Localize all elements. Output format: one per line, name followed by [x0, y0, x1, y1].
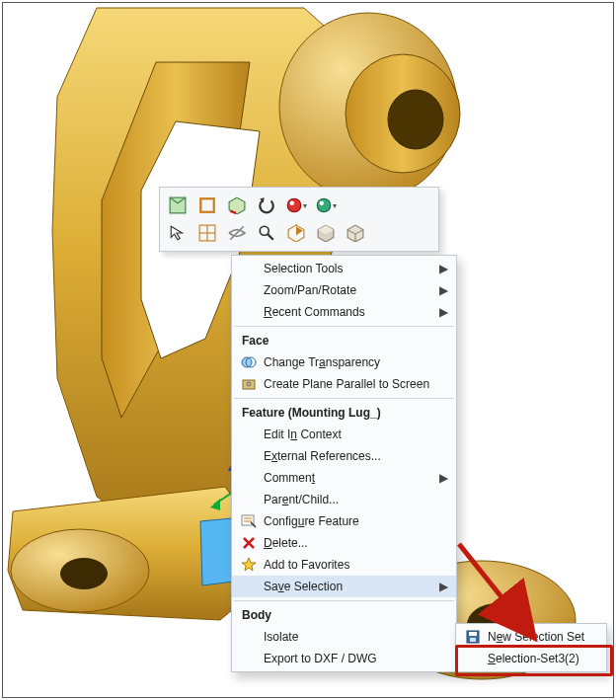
menu-parent-child[interactable]: Parent/Child...: [232, 489, 456, 510]
menu-recent-commands[interactable]: Recent Commands ▶: [232, 301, 456, 323]
label-recent-commands: Recent Commands: [264, 305, 438, 319]
submenu-save-selection: New Selection Set Selection-Set3(2): [455, 623, 607, 672]
label-export-dxf: Export to DXF / DWG: [264, 652, 448, 665]
svg-point-19: [290, 201, 295, 206]
svg-point-18: [287, 198, 301, 212]
svg-rect-47: [469, 632, 477, 636]
tool-select-other[interactable]: [164, 219, 192, 247]
svg-point-27: [260, 226, 269, 235]
label-selection-tools: Selection Tools: [264, 262, 438, 275]
tool-edge-select[interactable]: [193, 192, 221, 219]
transparency-icon: [238, 353, 260, 371]
tool-appearance[interactable]: ▾: [282, 192, 310, 219]
context-menu: Selection Tools ▶ Zoom/Pan/Rotate ▶ Rece…: [231, 255, 457, 672]
viewport: ▾ ▾ Selection Tools ▶ Zoom/Pan/Rotate ▶ …: [2, 2, 614, 698]
menu-delete[interactable]: Delete...: [232, 532, 456, 554]
menu-configure-feature[interactable]: Configure Feature: [232, 510, 456, 532]
svg-marker-22: [171, 226, 182, 240]
label-new-selection-set: New Selection Set: [488, 630, 598, 644]
svg-point-2: [388, 90, 443, 149]
label-configure-feature: Configure Feature: [264, 514, 448, 528]
svg-rect-48: [470, 638, 476, 642]
chevron-right-icon: ▶: [438, 471, 448, 485]
favorites-icon: [238, 556, 260, 574]
menu-comment[interactable]: Comment ▶: [232, 467, 456, 489]
chevron-right-icon: ▶: [438, 262, 448, 275]
tool-undo[interactable]: [253, 192, 280, 219]
save-icon: [462, 628, 484, 646]
configure-icon: [238, 512, 260, 530]
menu-external-references[interactable]: External References...: [232, 445, 456, 467]
section-face: Face: [232, 330, 456, 351]
tool-grid[interactable]: [193, 219, 221, 247]
label-save-selection: Save Selection: [264, 580, 438, 593]
separator: [234, 398, 454, 399]
label-delete: Delete...: [264, 536, 448, 550]
label-parent-child: Parent/Child...: [264, 493, 448, 506]
svg-line-26: [230, 226, 244, 240]
submenu-selection-set-3-2[interactable]: Selection-Set3(2): [456, 648, 606, 669]
tool-appearance-2[interactable]: ▾: [312, 192, 340, 219]
svg-point-21: [320, 201, 325, 206]
section-feature: Feature (Mounting Lug_): [232, 402, 456, 424]
menu-create-plane-parallel[interactable]: Create Plane Parallel to Screen: [232, 373, 456, 395]
label-zoom-pan-rotate: Zoom/Pan/Rotate: [264, 283, 438, 297]
tool-isolate-cube[interactable]: [223, 192, 251, 219]
svg-point-4: [60, 558, 108, 589]
menu-isolate[interactable]: Isolate: [232, 626, 456, 648]
label-add-favorites: Add to Favorites: [264, 558, 448, 572]
tool-cube-wire[interactable]: [342, 219, 369, 247]
label-external-references: External References...: [264, 449, 448, 463]
menu-zoom-pan-rotate[interactable]: Zoom/Pan/Rotate ▶: [232, 279, 456, 301]
tool-normal-to[interactable]: [282, 219, 310, 247]
label-comment: Comment: [264, 471, 438, 485]
chevron-right-icon: ▶: [438, 305, 448, 319]
svg-rect-40: [243, 380, 255, 389]
svg-marker-45: [242, 558, 256, 571]
context-mini-toolbar: ▾ ▾: [159, 187, 439, 252]
label-edit-in-context: Edit In Context: [264, 428, 448, 441]
submenu-new-selection-set[interactable]: New Selection Set: [456, 626, 606, 648]
plane-icon: [238, 375, 260, 393]
separator: [234, 600, 454, 601]
section-body: Body: [232, 604, 456, 626]
svg-point-20: [317, 198, 331, 212]
menu-save-selection[interactable]: Save Selection ▶: [232, 576, 456, 597]
menu-add-to-favorites[interactable]: Add to Favorites: [232, 554, 456, 576]
label-selection-set-3-2: Selection-Set3(2): [488, 652, 598, 665]
chevron-right-icon: ▶: [438, 283, 448, 297]
delete-icon: [238, 534, 260, 552]
chevron-right-icon: ▶: [438, 580, 448, 593]
label-change-transparency: Change Transparency: [264, 355, 448, 369]
tool-cube-shaded[interactable]: [312, 219, 340, 247]
menu-selection-tools[interactable]: Selection Tools ▶: [232, 258, 456, 279]
svg-line-28: [268, 234, 273, 240]
separator: [234, 326, 454, 327]
tool-hide-icon[interactable]: [223, 219, 251, 247]
label-isolate: Isolate: [264, 630, 448, 644]
tool-face-select[interactable]: [164, 192, 192, 219]
menu-change-transparency[interactable]: Change Transparency: [232, 351, 456, 373]
menu-export-dxf[interactable]: Export to DXF / DWG: [232, 648, 456, 669]
svg-rect-14: [200, 198, 214, 212]
menu-edit-in-context[interactable]: Edit In Context: [232, 424, 456, 445]
tool-zoom-selection[interactable]: [253, 219, 280, 247]
label-create-plane: Create Plane Parallel to Screen: [264, 377, 448, 391]
